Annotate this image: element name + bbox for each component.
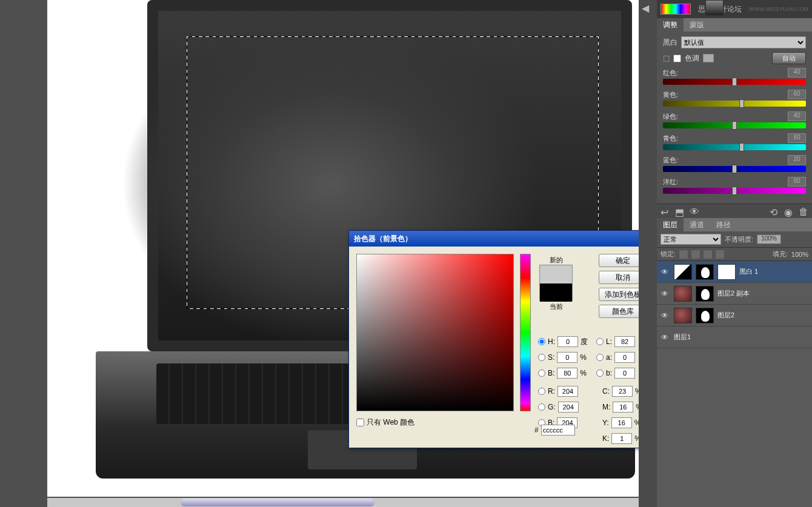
blend-mode-select[interactable]: 正常 [661, 234, 721, 245]
slider-thumb-2[interactable] [732, 121, 737, 130]
c-input[interactable] [612, 386, 633, 397]
adjustments-footer: ↩ ⬒ 👁 ⟲ ◉ 🗑 [657, 204, 812, 218]
layer-row-0[interactable]: 👁 黑白 1 [657, 261, 812, 283]
dialog-titlebar[interactable]: 拾色器（前景色） × [349, 231, 656, 247]
layer-row-2[interactable]: 👁 图层2 [657, 305, 812, 326]
saturation-value-box[interactable] [356, 254, 514, 411]
tab-layers[interactable]: 图层 [657, 218, 684, 231]
layer-mask-1[interactable] [696, 286, 714, 302]
collapsed-panel-strip: ◀ [639, 0, 657, 507]
preset-select[interactable]: 默认值 [681, 36, 806, 48]
layer-name-3: 图层1 [674, 333, 691, 342]
g-input[interactable] [558, 402, 579, 413]
opacity-value[interactable]: 100% [757, 234, 781, 244]
horizontal-scrollbar[interactable] [47, 498, 656, 507]
slider-label-5: 洋红: [663, 177, 678, 187]
slider-label-0: 红色: [663, 68, 678, 78]
layer-thumb-1 [674, 286, 692, 302]
reset-icon[interactable]: ⟲ [770, 207, 779, 216]
collapse-icon[interactable]: ◀ [642, 2, 654, 15]
layer-row-1[interactable]: 👁 图层2 副本 [657, 283, 812, 305]
slider-thumb-0[interactable] [732, 78, 737, 86]
tab-masks[interactable]: 蒙版 [684, 18, 710, 31]
color-spectrum[interactable] [661, 4, 691, 15]
layer-mask-2[interactable] [696, 308, 714, 323]
hue-input[interactable] [557, 336, 578, 347]
slider-track-0[interactable] [663, 79, 806, 85]
slider-track-3[interactable] [663, 144, 806, 150]
trash-icon[interactable]: 🗑 [799, 207, 808, 216]
clip-icon[interactable]: ⬒ [675, 207, 685, 216]
r-input[interactable] [557, 386, 578, 397]
lab-b-input[interactable] [614, 368, 635, 379]
tint-checkbox[interactable] [673, 55, 681, 62]
lock-position-icon[interactable] [691, 250, 700, 259]
web-colors-checkbox[interactable]: 只有 Web 颜色 [356, 417, 414, 428]
tint-swatch[interactable] [703, 54, 714, 62]
layer-row-3[interactable]: 👁 图层1 [657, 326, 812, 348]
new-color-label: 新的 [539, 256, 573, 265]
m-input[interactable] [613, 402, 633, 413]
tab-adjustments[interactable]: 调整 [657, 18, 684, 31]
slider-value-4[interactable]: 20 [788, 155, 806, 165]
new-color-swatch [540, 265, 572, 283]
r-radio[interactable] [538, 388, 545, 395]
slider-thumb-4[interactable] [732, 165, 737, 173]
slider-thumb-3[interactable] [739, 143, 744, 151]
slider-label-1: 黄色: [663, 90, 678, 99]
dialog-title-text: 拾色器（前景色） [354, 234, 412, 244]
tab-channels[interactable]: 通道 [684, 218, 710, 231]
hex-input[interactable] [541, 425, 575, 436]
visibility-toggle-0[interactable]: 👁 [659, 268, 670, 276]
layer-mask-0[interactable] [696, 264, 714, 280]
tint-label: 色调 [685, 53, 699, 64]
slider-value-0[interactable]: 40 [788, 68, 806, 78]
slider-track-4[interactable] [663, 166, 806, 172]
color-picker-dialog: 拾色器（前景色） × 新的 当前 确定 取消 添加到色板 颜色库 H:度 S:%… [348, 230, 656, 448]
a-input[interactable] [614, 352, 635, 363]
g-radio[interactable] [538, 403, 545, 411]
bright-input[interactable] [557, 368, 577, 379]
layer-name-1: 图层2 副本 [717, 289, 750, 298]
y-input[interactable] [611, 417, 632, 428]
sat-radio[interactable] [538, 354, 545, 361]
slider-track-2[interactable] [663, 122, 806, 128]
slider-thumb-1[interactable] [739, 99, 744, 108]
lock-label: 锁定: [661, 250, 676, 259]
a-radio[interactable] [596, 354, 604, 361]
slider-thumb-5[interactable] [732, 187, 737, 195]
lab-b-radio[interactable] [596, 369, 604, 377]
bw-label: 黑白 [663, 38, 677, 48]
eye-icon[interactable]: 👁 [690, 207, 699, 216]
slider-track-1[interactable] [663, 101, 806, 107]
return-icon[interactable]: ↩ [661, 207, 670, 216]
k-input[interactable] [611, 433, 632, 444]
visibility-toggle-3[interactable]: 👁 [659, 333, 670, 342]
slider-track-5[interactable] [663, 188, 806, 194]
slider-value-2[interactable]: 40 [788, 111, 806, 121]
lock-transparency-icon[interactable] [716, 250, 724, 259]
l-input[interactable] [614, 336, 635, 347]
lock-pixels-icon[interactable] [679, 250, 688, 259]
prev-icon[interactable]: ◉ [784, 207, 794, 216]
hue-radio[interactable] [538, 338, 545, 345]
color-swatch [539, 265, 573, 301]
layers-tabs: 图层 通道 路径 [657, 218, 812, 231]
sat-input[interactable] [557, 352, 577, 363]
bright-radio[interactable] [538, 369, 545, 377]
l-radio[interactable] [596, 338, 604, 345]
visibility-toggle-1[interactable]: 👁 [659, 290, 670, 298]
slider-value-1[interactable]: 60 [788, 90, 806, 99]
auto-button[interactable]: 自动 [772, 52, 806, 64]
tab-paths[interactable]: 路径 [710, 218, 737, 231]
hue-slider[interactable] [520, 254, 531, 411]
slider-value-5[interactable]: 80 [788, 177, 806, 187]
slider-value-3[interactable]: 60 [788, 133, 806, 143]
visibility-toggle-2[interactable]: 👁 [659, 311, 670, 320]
tint-icon[interactable]: ⬚ [663, 54, 670, 62]
layer-name-2: 图层2 [717, 311, 734, 320]
lock-all-icon[interactable] [704, 250, 712, 259]
layer-mask2-0[interactable] [717, 264, 736, 280]
scrollbar-thumb[interactable] [181, 499, 374, 506]
fill-value[interactable]: 100% [791, 251, 808, 258]
